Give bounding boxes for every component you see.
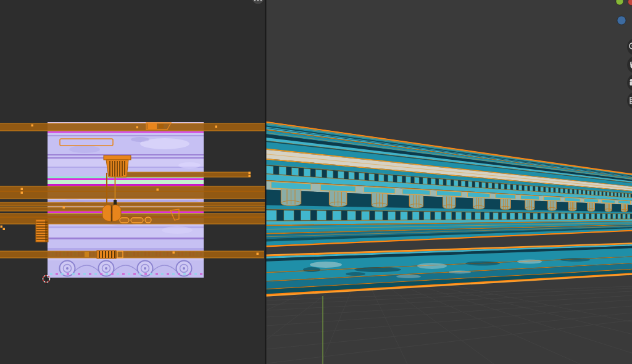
uv-image-editor[interactable] <box>0 0 265 364</box>
uv-island-capsule-row[interactable] <box>120 217 151 223</box>
gizmo-axis-green-dot[interactable] <box>616 0 623 5</box>
gizmo-axis-blue-dot[interactable] <box>617 16 626 25</box>
panel-divider[interactable] <box>265 0 267 364</box>
uv-island-leaf-pair[interactable] <box>102 205 121 221</box>
uv-island-ladder[interactable] <box>36 220 48 242</box>
app-window <box>0 0 632 364</box>
